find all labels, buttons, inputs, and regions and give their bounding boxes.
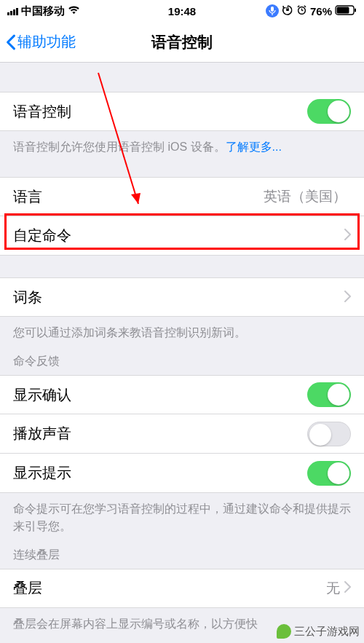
language-row[interactable]: 语言 英语（美国） bbox=[0, 177, 364, 216]
chevron-right-icon bbox=[344, 289, 351, 306]
alarm-icon bbox=[296, 4, 307, 17]
clock: 19:48 bbox=[168, 5, 196, 17]
voice-control-switch[interactable] bbox=[307, 99, 351, 124]
voice-control-footer: 语音控制允许您使用语音控制 iOS 设备。了解更多... bbox=[0, 131, 364, 155]
voice-control-label: 语音控制 bbox=[13, 102, 307, 122]
language-value: 英语（美国） bbox=[264, 187, 347, 206]
svg-rect-10 bbox=[355, 8, 356, 12]
nav-bar: 辅助功能 语音控制 bbox=[0, 22, 364, 63]
overlay-label: 叠层 bbox=[13, 578, 326, 598]
feedback-header: 命令反馈 bbox=[0, 341, 364, 375]
show-confirm-row[interactable]: 显示确认 bbox=[0, 375, 364, 414]
watermark: 三公子游戏网 bbox=[277, 624, 360, 639]
chevron-left-icon bbox=[6, 34, 16, 50]
language-label: 语言 bbox=[13, 187, 264, 207]
overlay-row[interactable]: 叠层 无 bbox=[0, 569, 364, 608]
vocabulary-row[interactable]: 词条 bbox=[0, 277, 364, 317]
signal-icon bbox=[7, 7, 18, 15]
customize-commands-row[interactable]: 自定命令 bbox=[0, 216, 364, 256]
show-confirm-switch[interactable] bbox=[307, 382, 351, 407]
show-hints-switch[interactable] bbox=[307, 461, 351, 486]
svg-rect-2 bbox=[286, 8, 289, 10]
overlay-value: 无 bbox=[326, 579, 340, 598]
vocabulary-footer: 您可以通过添加词条来教语音控制识别新词。 bbox=[0, 317, 364, 341]
overlay-header: 连续叠层 bbox=[0, 534, 364, 569]
battery-percent: 76% bbox=[310, 5, 332, 17]
play-sound-row[interactable]: 播放声音 bbox=[0, 414, 364, 454]
watermark-text: 三公子游戏网 bbox=[294, 625, 360, 639]
back-label: 辅助功能 bbox=[17, 32, 76, 52]
battery-icon bbox=[335, 5, 357, 17]
status-bar: 中国移动 19:48 76% bbox=[0, 0, 364, 22]
carrier-label: 中国移动 bbox=[21, 4, 65, 18]
chevron-right-icon bbox=[344, 227, 351, 244]
customize-commands-label: 自定命令 bbox=[13, 226, 344, 245]
hints-footer: 命令提示可在您学习语音控制的过程中，通过建议命令和提供提示来引导您。 bbox=[0, 493, 364, 534]
back-button[interactable]: 辅助功能 bbox=[6, 32, 76, 52]
voice-control-row[interactable]: 语音控制 bbox=[0, 92, 364, 131]
show-hints-label: 显示提示 bbox=[13, 463, 307, 483]
siri-icon bbox=[266, 4, 279, 17]
vocabulary-label: 词条 bbox=[13, 288, 344, 307]
chevron-right-icon bbox=[344, 580, 351, 596]
show-confirm-label: 显示确认 bbox=[13, 385, 307, 405]
play-sound-label: 播放声音 bbox=[13, 424, 307, 443]
svg-line-6 bbox=[298, 6, 299, 7]
play-sound-switch[interactable] bbox=[307, 422, 351, 446]
svg-rect-9 bbox=[337, 7, 349, 13]
watermark-logo-icon bbox=[277, 624, 291, 639]
show-hints-row[interactable]: 显示提示 bbox=[0, 454, 364, 493]
wifi-icon bbox=[68, 5, 80, 17]
screen-rotation-lock-icon bbox=[282, 4, 293, 18]
learn-more-link[interactable]: 了解更多... bbox=[226, 141, 282, 153]
svg-line-7 bbox=[304, 6, 306, 7]
svg-rect-0 bbox=[271, 7, 274, 12]
